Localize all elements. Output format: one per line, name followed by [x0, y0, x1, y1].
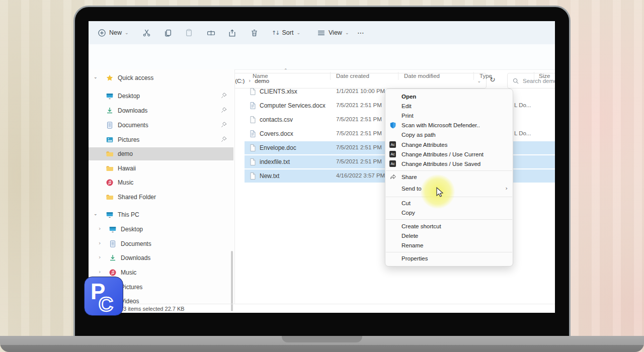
menu-label: Rename	[401, 242, 423, 248]
menu-item-scan-defender[interactable]: Scan with Microsoft Defender..	[385, 121, 513, 130]
share-arrow-icon	[389, 173, 396, 181]
new-button[interactable]: New ⌄	[95, 25, 132, 40]
item-label: Pictures	[121, 284, 142, 291]
sidebar-item-downloads[interactable]: Downloads	[89, 104, 233, 117]
file-type-fragment: L Do...	[514, 130, 531, 136]
item-label: Music	[121, 269, 136, 276]
folder-icon	[106, 193, 114, 201]
chevron-down-icon[interactable]: ⌄	[94, 74, 98, 79]
item-label: Documents	[121, 240, 151, 247]
download-arrow-icon	[109, 254, 117, 262]
menu-label: Open	[401, 94, 416, 100]
menu-item-copy[interactable]: Copy	[385, 208, 513, 218]
column-header-type[interactable]: Type	[479, 73, 492, 79]
paste-button[interactable]	[182, 25, 196, 40]
sidebar-item-thispc-downloads[interactable]: › Downloads	[89, 251, 233, 265]
column-separator[interactable]	[473, 72, 474, 80]
menu-item-change-attributes-use-current[interactable]: Change Attributes / Use Current	[385, 149, 513, 159]
sort-button[interactable]: ↑↓ Sort ⌄	[269, 25, 303, 40]
document-icon	[106, 121, 114, 129]
copy-button[interactable]	[160, 25, 175, 40]
sidebar-item-hawaii[interactable]: Hawaii	[89, 162, 233, 175]
cut-button[interactable]	[139, 25, 154, 40]
menu-label: Delete	[401, 233, 418, 239]
file-page-icon	[249, 158, 257, 166]
laptop-hinge-notch	[282, 336, 362, 342]
item-label: Documents	[118, 122, 148, 129]
rename-icon	[207, 29, 215, 37]
more-options-button[interactable]: ⋯	[354, 25, 367, 40]
expand-chevron-icon[interactable]: ›	[99, 240, 101, 246]
svg-text:C: C	[99, 293, 113, 315]
file-page-lines-icon	[249, 102, 257, 110]
sidebar-item-documents[interactable]: Documents	[89, 119, 233, 132]
rename-button[interactable]	[204, 25, 218, 40]
file-name: contacts.csv	[260, 116, 293, 123]
file-name: indexfile.txt	[260, 158, 290, 165]
menu-label: Change Attributes / Use Current	[401, 151, 484, 157]
menu-label: Create shortcut	[401, 223, 441, 229]
sort-ascending-caret-icon: ⌃	[284, 68, 288, 73]
menu-item-properties[interactable]: Properties	[385, 254, 513, 263]
expand-chevron-icon[interactable]: ›	[99, 269, 101, 275]
column-header-name[interactable]: Name	[253, 73, 268, 79]
file-name: CLIENTS.xlsx	[260, 88, 297, 95]
laptop-base	[0, 336, 644, 352]
navigation-bar: ← → ⌄ ↑ › This PC › Local Disk (C:) › de…	[89, 44, 555, 70]
star-icon	[106, 74, 114, 82]
item-label: Shared Folder	[118, 194, 156, 201]
file-page-icon	[249, 87, 257, 96]
submenu-arrow-icon: ›	[506, 185, 508, 192]
sidebar-item-shared-folder[interactable]: Shared Folder	[89, 191, 233, 204]
column-separator[interactable]	[398, 72, 398, 80]
sidebar-item-thispc-documents[interactable]: › Documents	[89, 237, 233, 250]
menu-label: Edit	[401, 103, 412, 109]
music-circle-icon	[109, 269, 117, 277]
sidebar-group-this-pc[interactable]: ⌄ This PC	[89, 208, 233, 221]
chevron-down-icon[interactable]: ⌄	[94, 211, 98, 216]
menu-item-rename[interactable]: Rename	[385, 240, 513, 250]
menu-item-edit[interactable]: Edit	[385, 101, 513, 111]
file-name: Computer Services.docx	[260, 102, 326, 109]
sidebar-item-desktop[interactable]: Desktop	[89, 90, 233, 103]
menu-item-copy-as-path[interactable]: Copy as path	[385, 130, 513, 140]
sidebar-group-quick-access[interactable]: ⌄ Quick access	[89, 71, 233, 84]
column-separator[interactable]	[534, 72, 534, 80]
desktop-monitor-icon	[106, 92, 114, 100]
cut-scissors-icon	[142, 29, 151, 37]
column-header-size[interactable]: Size	[539, 73, 550, 79]
file-date-created: 7/5/2021 2:51 PM	[336, 116, 382, 122]
column-header-date-created[interactable]: Date created	[336, 73, 369, 79]
sidebar-item-demo[interactable]: demo	[89, 147, 233, 160]
column-header-date-modified[interactable]: Date modified	[404, 73, 440, 79]
sort-arrows-icon: ↑↓	[272, 30, 279, 36]
file-name: Envelope.doc	[260, 144, 296, 151]
expand-chevron-icon[interactable]: ›	[99, 225, 101, 232]
menu-item-change-attributes-use-saved[interactable]: Change Attributes / Use Saved	[385, 159, 513, 168]
menu-item-print[interactable]: Print	[385, 111, 513, 120]
share-button[interactable]	[225, 25, 239, 40]
delete-button[interactable]	[247, 25, 262, 40]
attribute-changer-icon	[389, 160, 396, 167]
pin-icon	[220, 136, 227, 143]
file-page-icon	[249, 144, 257, 152]
sidebar-item-pictures[interactable]: Pictures	[89, 133, 233, 146]
menu-item-change-attributes[interactable]: Change Attributes	[385, 140, 513, 149]
file-date-created: 7/5/2021 2:51 PM	[336, 158, 382, 164]
expand-chevron-icon[interactable]: ›	[99, 254, 101, 260]
menu-item-delete[interactable]: Delete	[385, 231, 513, 240]
menu-item-open[interactable]: Open	[385, 92, 513, 101]
sidebar-item-music[interactable]: Music	[89, 176, 233, 189]
sidebar-item-thispc-desktop[interactable]: › Desktop	[89, 223, 233, 236]
column-separator[interactable]	[330, 72, 331, 80]
view-button[interactable]: View ⌄	[314, 25, 352, 40]
menu-item-create-shortcut[interactable]: Create shortcut	[385, 221, 513, 231]
item-label: Pictures	[118, 136, 139, 143]
menu-label: Send to	[401, 186, 422, 192]
navigation-sidebar: ⌄ Quick access Desktop Downloads Documen…	[89, 69, 234, 304]
group-label: This PC	[118, 211, 139, 218]
sidebar-scrollbar[interactable]	[231, 251, 233, 311]
selection-count-text: 3 items selected 22.7 KB	[123, 306, 185, 312]
file-date-created: 1/1/2021 10:00 PM	[336, 88, 385, 94]
defender-shield-icon	[389, 122, 396, 129]
